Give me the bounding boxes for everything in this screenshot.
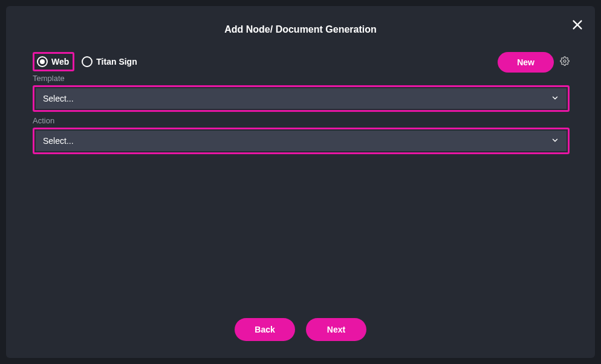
back-button[interactable]: Back [235,318,295,341]
radio-group: Web Titan Sign [33,52,137,71]
close-button[interactable] [571,18,584,34]
template-select-value: Select... [43,94,74,103]
modal-title: Add Node/ Document Generation [6,6,595,35]
radio-titan-sign[interactable]: Titan Sign [82,56,137,67]
radio-titan-sign-label: Titan Sign [96,57,137,67]
radio-web[interactable]: Web [33,52,74,71]
radio-web-label: Web [51,57,69,67]
chevron-down-icon [551,136,559,146]
svg-point-2 [564,60,566,62]
new-button-group: New [498,52,570,73]
settings-button[interactable] [560,56,570,68]
radio-icon-unselected [82,56,93,67]
template-label: Template [33,74,570,83]
close-icon [571,18,584,34]
chevron-down-icon [551,94,559,104]
radio-icon-selected [37,56,48,67]
template-select[interactable]: Select... [36,88,567,109]
next-button[interactable]: Next [306,318,366,341]
template-field-group: Template Select... [33,74,570,112]
action-label: Action [33,116,570,125]
action-select[interactable]: Select... [36,131,567,151]
action-field-group: Action Select... [33,116,570,154]
template-select-wrapper: Select... [33,85,570,112]
modal-footer: Back Next [6,318,595,341]
new-button[interactable]: New [498,52,554,73]
add-node-modal: Add Node/ Document Generation Web Titan … [6,6,595,358]
gear-icon [560,56,570,68]
action-select-wrapper: Select... [33,128,570,154]
action-select-value: Select... [43,136,74,146]
